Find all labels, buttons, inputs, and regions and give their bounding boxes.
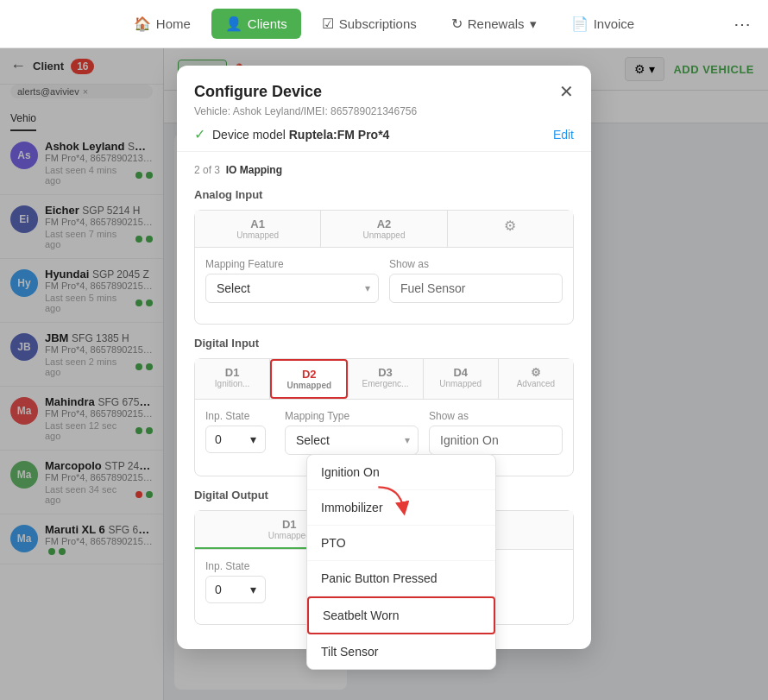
show-as-label: Show as bbox=[389, 258, 563, 270]
do-arrow-icon: ▾ bbox=[250, 583, 256, 596]
nav-home-label: Home bbox=[156, 16, 191, 31]
digital-tab-d1[interactable]: D1 Ignition... bbox=[195, 359, 270, 399]
mapping-type-dropdown: Ignition On Immobilizer PTO Panic Button… bbox=[306, 454, 496, 670]
dropdown-item-tilt-sensor[interactable]: Tilt Sensor bbox=[307, 634, 495, 669]
analog-tabs-row: A1 Unmapped A2 Unmapped ⚙ Mapping Featur… bbox=[194, 210, 574, 325]
top-nav: 🏠 Home 👤 Clients ☑ Subscriptions ↻ Renew… bbox=[0, 0, 768, 48]
modal-header: Configure Device ✕ Vehicle: Ashok Leylan… bbox=[177, 66, 591, 152]
mapping-type-group: Mapping Type Select ▾ bbox=[285, 410, 419, 455]
check-icon: ✓ bbox=[194, 126, 205, 142]
invoice-icon: 📄 bbox=[571, 16, 589, 32]
digital-show-as-group: Show as Ignition On bbox=[429, 410, 563, 455]
analog-inner: Mapping Feature Select ▾ Show as bbox=[195, 248, 573, 324]
subscriptions-icon: ☑ bbox=[322, 16, 334, 32]
dropdown-item-panic-button[interactable]: Panic Button Pressed bbox=[307, 561, 495, 596]
analog-form-row: Mapping Feature Select ▾ Show as bbox=[205, 258, 563, 303]
a1-tab-sub: Unmapped bbox=[198, 230, 317, 240]
select-arrow-icon: ▾ bbox=[365, 282, 370, 294]
nav-home[interactable]: 🏠 Home bbox=[120, 9, 205, 39]
mapping-type-arrow-icon: ▾ bbox=[405, 434, 410, 446]
mapping-feature-group: Mapping Feature Select ▾ bbox=[205, 258, 379, 303]
do-inp-state-label: Inp. State bbox=[205, 560, 274, 572]
clients-icon: 👤 bbox=[225, 16, 242, 32]
digital-form-row: Inp. State 0 ▾ Mapping Type bbox=[205, 410, 563, 455]
a2-tab-sub: Unmapped bbox=[324, 230, 443, 240]
analog-tab-a2[interactable]: A2 Unmapped bbox=[321, 211, 447, 247]
nav-more-button[interactable]: ⋯ bbox=[733, 14, 751, 35]
nav-invoice[interactable]: 📄 Invoice bbox=[557, 9, 649, 39]
analog-tab-advanced[interactable]: ⚙ bbox=[448, 211, 573, 247]
mapping-feature-select-wrapper[interactable]: Select ▾ bbox=[205, 274, 379, 303]
mapping-type-select-wrapper[interactable]: Select ▾ bbox=[285, 426, 419, 455]
nav-invoice-label: Invoice bbox=[594, 16, 635, 31]
nav-subscriptions[interactable]: ☑ Subscriptions bbox=[308, 9, 431, 39]
do-inp-state-select[interactable]: 0 ▾ bbox=[205, 576, 266, 603]
nav-renewals[interactable]: ↻ Renewals ▾ bbox=[438, 9, 551, 39]
analog-tab-a1[interactable]: A1 Unmapped bbox=[195, 211, 321, 247]
mapping-type-label: Mapping Type bbox=[285, 410, 419, 422]
nav-subscriptions-label: Subscriptions bbox=[339, 16, 417, 31]
mapping-feature-label: Mapping Feature bbox=[205, 258, 379, 270]
nav-clients[interactable]: 👤 Clients bbox=[211, 9, 301, 39]
a2-tab-label: A2 bbox=[324, 218, 443, 230]
digital-show-as-label: Show as bbox=[429, 410, 563, 422]
inp-state-label: Inp. State bbox=[205, 410, 274, 422]
edit-device-link[interactable]: Edit bbox=[553, 128, 574, 142]
analog-input-section-label: Analog Input bbox=[194, 188, 574, 201]
modal-subtitle: Vehicle: Ashok Leyland/IMEI: 86578902134… bbox=[194, 105, 574, 117]
digital-input-section-label: Digital Input bbox=[194, 337, 574, 350]
digital-tab-advanced[interactable]: ⚙ Advanced bbox=[499, 359, 573, 399]
inp-state-arrow-icon: ▾ bbox=[250, 432, 256, 446]
dropdown-item-pto[interactable]: PTO bbox=[307, 526, 495, 561]
modal-device-info: ✓ Device model Ruptela:FM Pro*4 Edit bbox=[194, 126, 574, 142]
inp-state-group: Inp. State 0 ▾ bbox=[205, 410, 274, 455]
renewals-icon: ↻ bbox=[451, 16, 463, 32]
digital-tab-d3[interactable]: D3 Emergenc... bbox=[348, 359, 423, 399]
inp-state-select[interactable]: 0 ▾ bbox=[205, 426, 266, 453]
analog-tabs: A1 Unmapped A2 Unmapped ⚙ bbox=[195, 211, 573, 248]
a1-tab-label: A1 bbox=[198, 218, 317, 230]
nav-clients-label: Clients bbox=[248, 16, 287, 31]
mapping-type-select[interactable]: Select ▾ bbox=[285, 426, 419, 455]
digital-tab-d4[interactable]: D4 Unmapped bbox=[424, 359, 499, 399]
modal-title: Configure Device bbox=[194, 83, 322, 101]
show-as-group: Show as Fuel Sensor bbox=[389, 258, 563, 303]
step-indicator: 2 of 3 IO Mapping bbox=[194, 164, 574, 176]
dropdown-item-immobilizer[interactable]: Immobilizer bbox=[307, 490, 495, 526]
device-model-label: Device model Ruptela:FM Pro*4 bbox=[212, 128, 389, 142]
home-icon: 🏠 bbox=[134, 16, 151, 32]
modal-overlay: Configure Device ✕ Vehicle: Ashok Leylan… bbox=[0, 48, 768, 700]
chevron-down-icon: ▾ bbox=[530, 16, 537, 32]
show-as-input[interactable]: Fuel Sensor bbox=[389, 274, 563, 303]
modal-close-button[interactable]: ✕ bbox=[559, 81, 574, 102]
digital-show-as-input[interactable]: Ignition On bbox=[429, 426, 563, 455]
nav-renewals-label: Renewals bbox=[468, 16, 525, 31]
do-inp-state-group: Inp. State 0 ▾ bbox=[205, 560, 274, 603]
dropdown-item-ignition-on[interactable]: Ignition On bbox=[307, 455, 495, 490]
digital-tabs: D1 Ignition... D2 Unmapped D3 Emergenc..… bbox=[195, 359, 573, 400]
dropdown-item-seatbelt[interactable]: Seatbelt Worn bbox=[307, 596, 495, 634]
digital-tab-d2[interactable]: D2 Unmapped bbox=[270, 359, 348, 399]
mapping-feature-select[interactable]: Select ▾ bbox=[205, 274, 379, 303]
